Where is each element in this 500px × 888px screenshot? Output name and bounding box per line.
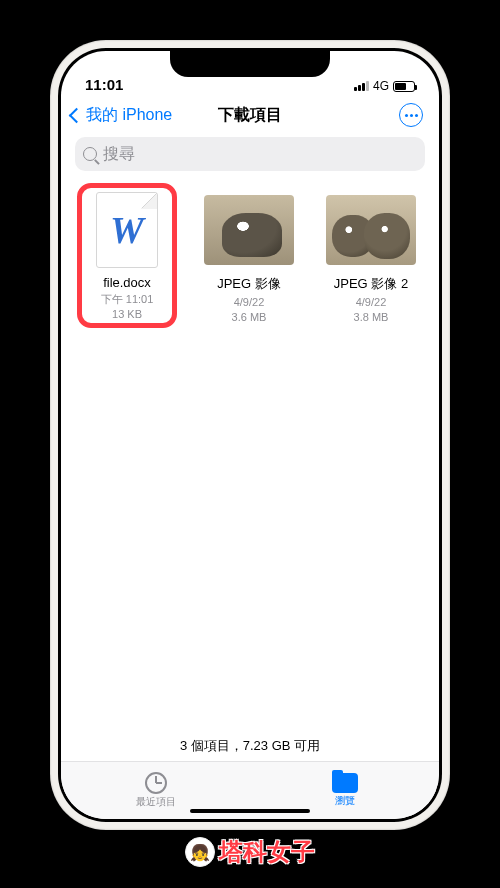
home-indicator (190, 809, 310, 813)
file-item-image-2[interactable]: JPEG 影像 2 4/9/223.8 MB (317, 191, 425, 325)
status-time: 11:01 (85, 76, 123, 93)
file-grid: W file.docx 下午 11:0113 KB JPEG 影像 (73, 191, 427, 325)
file-meta: 4/9/223.6 MB (232, 295, 267, 325)
tab-label: 最近項目 (136, 795, 176, 809)
signal-icon (354, 81, 369, 91)
more-button[interactable] (399, 103, 423, 127)
network-label: 4G (373, 79, 389, 93)
file-thumbnail (326, 191, 416, 269)
back-label: 我的 iPhone (86, 105, 172, 126)
watermark-avatar-icon: 👧 (185, 837, 215, 867)
image-icon (204, 195, 294, 265)
chevron-left-icon (69, 107, 85, 123)
search-input[interactable]: 搜尋 (75, 137, 425, 171)
file-item-image-1[interactable]: JPEG 影像 4/9/223.6 MB (195, 191, 303, 325)
file-meta: 下午 11:0113 KB (101, 292, 154, 322)
file-item-docx[interactable]: W file.docx 下午 11:0113 KB (73, 191, 181, 322)
watermark: 👧 塔科女子 (185, 836, 315, 868)
status-right: 4G (354, 79, 415, 93)
file-name: file.docx (103, 275, 151, 290)
clock-icon (145, 772, 167, 794)
file-meta: 4/9/223.8 MB (354, 295, 389, 325)
phone-frame: 11:01 4G 我的 iPhone 下載項目 搜尋 (50, 40, 450, 830)
file-name: JPEG 影像 2 (334, 275, 408, 293)
watermark-text: 塔科女子 (219, 836, 315, 868)
file-thumbnail (204, 191, 294, 269)
image-icon (326, 195, 416, 265)
tab-label: 瀏覽 (335, 794, 355, 808)
content-area: W file.docx 下午 11:0113 KB JPEG 影像 (61, 181, 439, 761)
folder-icon (332, 773, 358, 793)
phone-bezel: 11:01 4G 我的 iPhone 下載項目 搜尋 (58, 48, 442, 822)
more-icon (405, 114, 418, 117)
file-name: JPEG 影像 (217, 275, 281, 293)
file-thumbnail: W (82, 191, 172, 269)
search-placeholder: 搜尋 (103, 144, 135, 165)
screen: 11:01 4G 我的 iPhone 下載項目 搜尋 (61, 51, 439, 819)
footer-status: 3 個項目，7.23 GB 可用 (73, 729, 427, 761)
back-button[interactable]: 我的 iPhone (71, 105, 172, 126)
battery-icon (393, 81, 415, 92)
nav-bar: 我的 iPhone 下載項目 (61, 97, 439, 133)
search-icon (83, 147, 97, 161)
word-doc-icon: W (96, 192, 158, 268)
notch (170, 51, 330, 77)
